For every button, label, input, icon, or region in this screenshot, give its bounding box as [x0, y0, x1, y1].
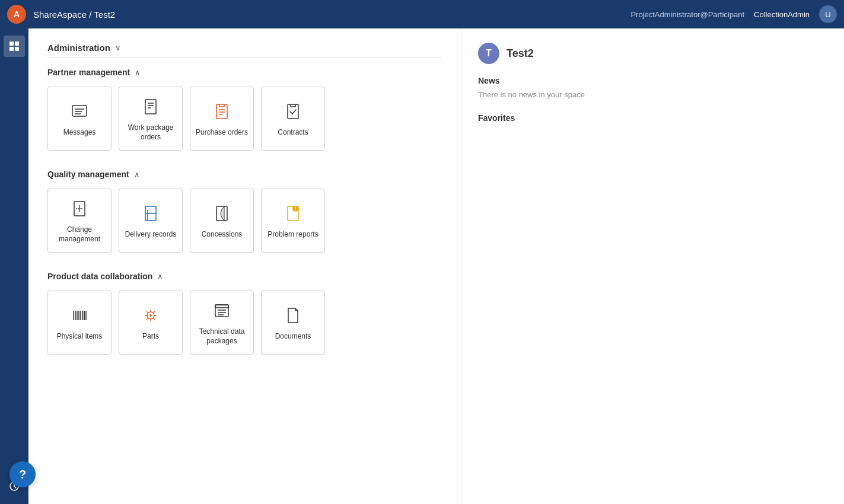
documents-icon [281, 304, 305, 327]
product-data-title: Product data collaboration [47, 272, 152, 281]
physical-items-label: Physical items [57, 332, 103, 342]
app-title: ShareAspace / Test2 [33, 9, 115, 20]
main-content: Administration ∨ Partner management ∧ [28, 28, 844, 504]
administration-section-header: Administration ∨ [47, 43, 442, 58]
technical-data-packages-label: Technical data packages [195, 327, 249, 346]
change-management-icon [68, 197, 91, 221]
quality-management-title: Quality management [47, 170, 129, 179]
purchase-orders-card[interactable]: Purchase orders [190, 87, 254, 151]
messages-icon [68, 100, 91, 123]
right-panel: T Test2 News There is no news in your sp… [461, 28, 711, 504]
administration-chevron[interactable]: ∨ [115, 43, 121, 52]
change-management-label: Change management [53, 225, 106, 244]
svg-point-38 [149, 314, 152, 317]
svg-rect-3 [15, 47, 19, 51]
app-logo[interactable]: A [7, 5, 26, 24]
partner-management-title: Partner management [47, 68, 130, 77]
problem-reports-card[interactable]: Problem reports [261, 189, 325, 253]
quality-management-chevron[interactable]: ∧ [134, 170, 140, 179]
left-panel: Administration ∨ Partner management ∧ [28, 28, 461, 504]
partner-management-chevron[interactable]: ∧ [135, 68, 141, 77]
product-data-section: Product data collaboration ∧ [47, 272, 442, 355]
concessions-label: Concessions [202, 230, 243, 240]
svg-rect-5 [72, 106, 87, 116]
parts-label: Parts [142, 332, 159, 342]
svg-rect-2 [9, 47, 14, 51]
svg-point-28 [295, 210, 296, 211]
work-package-orders-card[interactable]: Work package orders [119, 87, 183, 151]
news-section: News There is no news in your space [478, 76, 694, 99]
grid-view-icon[interactable] [4, 36, 25, 57]
quality-management-header: Quality management ∧ [47, 170, 442, 179]
project-name: Test2 [507, 47, 534, 60]
physical-items-icon [68, 304, 91, 327]
parts-card[interactable]: Parts [119, 291, 183, 355]
concessions-card[interactable]: Concessions [190, 189, 254, 253]
svg-rect-40 [215, 305, 228, 308]
change-management-card[interactable]: Change management [47, 189, 112, 253]
product-data-header: Product data collaboration ∧ [47, 272, 442, 281]
topnav-right: ProjectAdministrator@Participant Collect… [630, 5, 837, 23]
project-avatar: T [478, 43, 499, 64]
contracts-card[interactable]: Contracts [261, 87, 325, 151]
quality-management-cards: Change management Delivery records [47, 189, 442, 253]
topnav-left: A ShareAspace / Test2 [7, 5, 115, 24]
physical-items-card[interactable]: Physical items [47, 291, 112, 355]
project-header: T Test2 [478, 43, 694, 64]
product-data-cards: Physical items Parts [47, 291, 442, 355]
left-sidebar [0, 28, 28, 504]
help-button[interactable]: ? [9, 461, 36, 487]
problem-reports-icon [281, 202, 305, 225]
documents-label: Documents [275, 332, 311, 342]
contracts-label: Contracts [278, 128, 308, 138]
admin-role: CollectionAdmin [754, 10, 810, 19]
parts-icon [139, 304, 163, 327]
purchase-orders-icon [210, 100, 234, 123]
delivery-records-label: Delivery records [125, 230, 177, 240]
partner-management-header: Partner management ∧ [47, 68, 442, 77]
news-title: News [478, 76, 694, 85]
svg-rect-0 [9, 42, 14, 46]
favorites-title: Favorites [478, 113, 694, 123]
contracts-icon [281, 100, 305, 123]
product-data-chevron[interactable]: ∧ [157, 272, 163, 281]
news-empty-message: There is no news in your space [478, 90, 694, 99]
current-user: ProjectAdministrator@Participant [630, 10, 744, 19]
administration-title: Administration [47, 43, 110, 53]
concessions-icon [210, 202, 234, 225]
technical-data-packages-card[interactable]: Technical data packages [190, 291, 254, 355]
user-avatar[interactable]: U [819, 5, 837, 23]
favorites-section: Favorites [478, 113, 694, 123]
partner-management-section: Partner management ∧ Messages [47, 68, 442, 151]
messages-card[interactable]: Messages [47, 87, 112, 151]
delivery-records-icon [139, 202, 163, 225]
technical-data-packages-icon [210, 299, 234, 323]
top-navigation: A ShareAspace / Test2 ProjectAdministrat… [0, 0, 844, 28]
svg-rect-9 [145, 100, 156, 114]
documents-card[interactable]: Documents [261, 291, 325, 355]
delivery-records-card[interactable]: Delivery records [119, 189, 183, 253]
partner-management-cards: Messages Work package orders [47, 87, 442, 151]
messages-label: Messages [63, 128, 96, 138]
purchase-orders-label: Purchase orders [196, 128, 248, 138]
svg-rect-1 [15, 42, 19, 46]
work-package-orders-label: Work package orders [124, 123, 177, 142]
quality-management-section: Quality management ∧ Change management [47, 170, 442, 253]
problem-reports-label: Problem reports [267, 230, 318, 240]
work-package-orders-icon [139, 95, 163, 119]
